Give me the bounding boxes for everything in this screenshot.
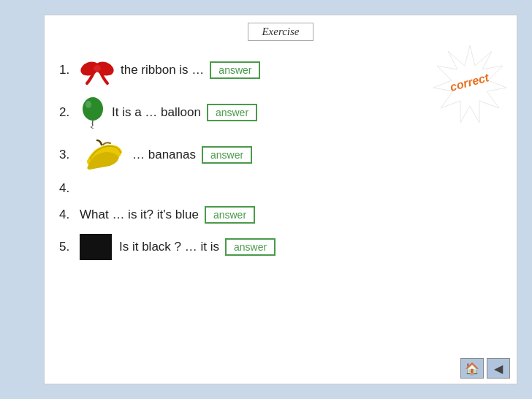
q1-text: the ribbon is …	[121, 63, 204, 77]
q5-num: 5.	[59, 240, 75, 254]
back-button[interactable]: ◀	[487, 358, 510, 379]
q2-answer-btn[interactable]: answer	[207, 104, 257, 121]
svg-point-3	[83, 97, 103, 121]
correct-badge: correct	[430, 44, 510, 124]
q3-text: … bananas	[132, 148, 196, 162]
q3-num: 3.	[59, 148, 75, 162]
q1-num: 1.	[59, 63, 75, 77]
balloon-icon	[80, 96, 106, 129]
q4-answer-btn[interactable]: answer	[205, 206, 255, 224]
q5-answer-btn[interactable]: answer	[225, 238, 276, 256]
q5-text: Is it black ? … it is	[119, 240, 219, 254]
q1-answer-btn[interactable]: answer	[210, 61, 260, 79]
q2-num: 2.	[59, 105, 75, 120]
question-4-blank: 4.	[59, 181, 502, 196]
q4-num: 4.	[59, 208, 75, 222]
question-5: 5. Is it black ? … it is answer	[59, 234, 502, 260]
q4-text: What … is it? it's blue	[80, 208, 199, 222]
question-4: 4. What … is it? it's blue answer	[59, 206, 502, 224]
q2-text: It is a … balloon	[112, 105, 201, 120]
svg-point-4	[86, 101, 91, 108]
q3-answer-btn[interactable]: answer	[202, 146, 252, 164]
ribbon-icon	[80, 54, 115, 86]
question-3: 3. … bananas answer	[59, 139, 502, 171]
bananas-icon	[80, 139, 126, 171]
exercise-title: Exercise	[248, 23, 313, 41]
nav-buttons: 🏠 ◀	[460, 358, 510, 379]
exercise-title-area: Exercise	[59, 23, 502, 41]
q4-blank-num: 4.	[59, 181, 75, 196]
black-square-icon	[80, 234, 112, 260]
home-button[interactable]: 🏠	[460, 358, 484, 379]
